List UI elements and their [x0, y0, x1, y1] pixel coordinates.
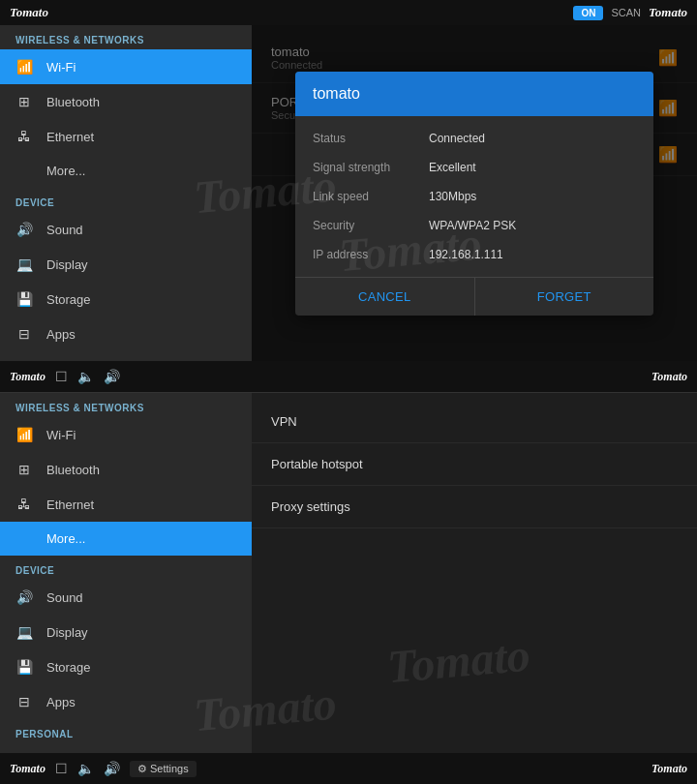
wifi-icon-b: 📶 — [15, 427, 33, 442]
dialog-overlay: tomato Status Connected Signal strength … — [252, 25, 697, 361]
sidebar-apps-label-b: Apps — [46, 695, 76, 709]
wifi-content: tomato Connected 📶 PORAY 3G ROUTER Secur… — [252, 25, 697, 361]
sidebar-item-display[interactable]: 💻 Display — [0, 247, 252, 282]
proxy-label: Proxy settings — [271, 499, 350, 514]
sidebar-item-bluetooth-b[interactable]: ⊞ Bluetooth — [0, 452, 252, 487]
dialog-row-speed: Link speed 130Mbps — [295, 182, 653, 211]
volume-icon2-b[interactable]: 🔊 — [104, 761, 120, 776]
dialog-label-speed: Link speed — [313, 190, 429, 203]
top-bar-logo: Tomato — [10, 5, 48, 20]
ethernet-icon-b: 🖧 — [15, 497, 33, 512]
sidebar-item-ethernet-b[interactable]: 🖧 Ethernet — [0, 487, 252, 522]
dialog-body: Status Connected Signal strength Excelle… — [295, 116, 653, 277]
sidebar-more-label-b: More... — [46, 531, 85, 546]
sidebar-display-label-b: Display — [46, 625, 88, 640]
bottom-logo-top2: Tomato — [652, 370, 687, 384]
bluetooth-icon: ⊞ — [15, 94, 33, 109]
section-personal-label: PERSONAL — [0, 351, 252, 361]
section-wireless-label-b: WIRELESS & NETWORKS — [0, 393, 252, 417]
sidebar-top: WIRELESS & NETWORKS 📶 Wi-Fi ⊞ Bluetooth … — [0, 25, 252, 361]
storage-icon-b: 💾 — [15, 659, 33, 675]
sound-icon: 🔊 — [15, 222, 33, 237]
sidebar-item-wifi[interactable]: 📶 Wi-Fi — [0, 49, 252, 84]
sidebar-sound-label: Sound — [46, 223, 83, 237]
window-icon-b: ☐ — [55, 761, 68, 776]
top-panel: Tomato ON SCAN Tomato WIRELESS & NETWORK… — [0, 0, 697, 392]
sidebar-item-sound[interactable]: 🔊 Sound — [0, 212, 252, 247]
volume-icon2[interactable]: 🔊 — [104, 369, 120, 384]
sidebar-item-more[interactable]: More... — [0, 154, 252, 188]
sidebar-wifi-label: Wi-Fi — [46, 60, 76, 75]
volume-icon-b[interactable]: 🔈 — [77, 761, 94, 776]
bottom-bar-left-top: Tomato ☐ 🔈 🔊 — [10, 369, 120, 384]
wifi-toggle[interactable]: ON — [573, 6, 603, 20]
sidebar-item-storage-b[interactable]: 💾 Storage — [0, 649, 252, 684]
wifi-icon: 📶 — [15, 59, 33, 75]
dialog-footer: Cancel Forget — [295, 277, 653, 316]
sidebar-item-display-b[interactable]: 💻 Display — [0, 615, 252, 649]
dialog-value-signal: Excellent — [429, 161, 476, 174]
display-icon-b: 💻 — [15, 624, 33, 640]
dialog-label-ip: IP address — [313, 248, 429, 261]
bottom-bar-left-bottom: Tomato ☐ 🔈 🔊 ⚙ Settings — [10, 761, 197, 777]
sidebar-sound-label-b: Sound — [46, 590, 83, 605]
bottom-bar-bottom: Tomato ☐ 🔈 🔊 ⚙ Settings Tomato — [0, 753, 697, 784]
more-menu-proxy[interactable]: Proxy settings — [252, 486, 697, 528]
dialog-value-speed: 130Mbps — [429, 190, 476, 203]
top-bar-controls: ON SCAN Tomato — [573, 5, 687, 20]
bottom-logo-bottom: Tomato — [10, 762, 45, 776]
section-wireless-label: WIRELESS & NETWORKS — [0, 25, 252, 49]
sidebar-bluetooth-label: Bluetooth — [46, 95, 100, 109]
dialog-row-ip: IP address 192.168.1.111 — [295, 240, 653, 269]
sidebar-more-label: More... — [46, 164, 85, 178]
sidebar-storage-label-b: Storage — [46, 660, 91, 675]
apps-icon: ⊟ — [15, 326, 33, 342]
bluetooth-icon-b: ⊞ — [15, 462, 33, 477]
sidebar-item-apps[interactable]: ⊟ Apps — [0, 317, 252, 351]
sidebar-item-bluetooth[interactable]: ⊞ Bluetooth — [0, 84, 252, 119]
ethernet-icon: 🖧 — [15, 129, 33, 144]
volume-icon[interactable]: 🔈 — [77, 369, 94, 384]
cancel-button[interactable]: Cancel — [295, 278, 475, 316]
vpn-label: VPN — [271, 414, 297, 429]
sidebar-item-wifi-b[interactable]: 📶 Wi-Fi — [0, 417, 252, 452]
dialog-row-signal: Signal strength Excellent — [295, 153, 653, 182]
section-device-label: DEVICE — [0, 188, 252, 212]
sound-icon-b: 🔊 — [15, 589, 33, 605]
sidebar-item-more-b[interactable]: More... — [0, 522, 252, 556]
forget-button[interactable]: Forget — [475, 278, 654, 316]
more-content: VPN Portable hotspot Proxy settings — [252, 393, 697, 753]
bottom-logo-top: Tomato — [10, 370, 45, 384]
sidebar-item-ethernet[interactable]: 🖧 Ethernet — [0, 119, 252, 154]
dialog-value-security: WPA/WPA2 PSK — [429, 219, 516, 232]
dialog-row-status: Status Connected — [295, 124, 653, 153]
dialog-value-ip: 192.168.1.111 — [429, 248, 503, 261]
dialog-value-status: Connected — [429, 132, 485, 145]
dialog-label-status: Status — [313, 132, 429, 145]
more-menu-hotspot[interactable]: Portable hotspot — [252, 443, 697, 486]
sidebar-ethernet-label-b: Ethernet — [46, 498, 94, 512]
sidebar-ethernet-label: Ethernet — [46, 130, 94, 144]
scan-button[interactable]: SCAN — [611, 7, 641, 18]
sidebar-item-apps-b[interactable]: ⊟ Apps — [0, 684, 252, 719]
storage-icon: 💾 — [15, 291, 33, 307]
top-bar-logo2: Tomato — [649, 5, 687, 20]
sidebar-storage-label: Storage — [46, 292, 91, 307]
apps-icon-b: ⊟ — [15, 694, 33, 709]
dialog-label-security: Security — [313, 219, 429, 232]
bottom-panel: WIRELESS & NETWORKS 📶 Wi-Fi ⊞ Bluetooth … — [0, 392, 697, 784]
bottom-logo-bottom2: Tomato — [652, 762, 687, 776]
window-icon: ☐ — [55, 369, 68, 384]
sidebar-bluetooth-label-b: Bluetooth — [46, 463, 100, 477]
sidebar-wifi-label-b: Wi-Fi — [46, 428, 76, 442]
sidebar-item-sound-b[interactable]: 🔊 Sound — [0, 580, 252, 615]
dialog-row-security: Security WPA/WPA2 PSK — [295, 211, 653, 240]
sidebar-item-storage[interactable]: 💾 Storage — [0, 282, 252, 317]
sidebar-item-accounts-b[interactable]: 🔄 Accounts & sync — [0, 743, 252, 753]
settings-label[interactable]: ⚙ Settings — [130, 761, 197, 777]
dialog-header: tomato — [295, 72, 653, 116]
wifi-dialog: tomato Status Connected Signal strength … — [295, 72, 653, 316]
bottom-bar-top: Tomato ☐ 🔈 🔊 Tomato — [0, 361, 697, 392]
sidebar-bottom: WIRELESS & NETWORKS 📶 Wi-Fi ⊞ Bluetooth … — [0, 393, 252, 753]
more-menu-vpn[interactable]: VPN — [252, 401, 697, 443]
